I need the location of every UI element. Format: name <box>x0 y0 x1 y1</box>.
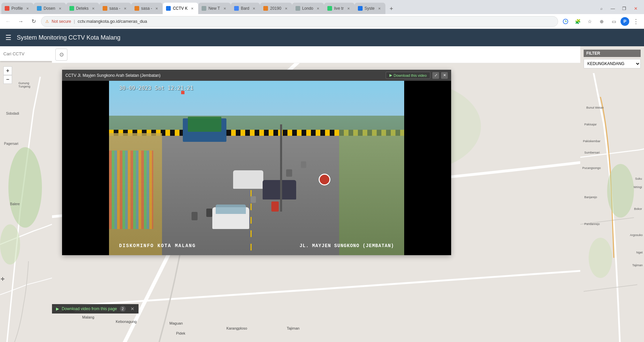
tab-newtab[interactable]: New T ✕ <box>198 3 230 14</box>
google-search-button[interactable] <box>560 16 571 27</box>
tab-sasa1[interactable]: sasa - ✕ <box>99 3 131 14</box>
vehicle-moto-2 <box>206 209 212 217</box>
tab-2019[interactable]: 20190 ✕ <box>260 3 292 14</box>
filter-panel: FILTER KEDUNGKANDANG KLOJEN BLIMBING LOW… <box>580 46 644 72</box>
tab-favicon-bard <box>234 6 239 11</box>
tab-system[interactable]: Syste ✕ <box>355 3 385 14</box>
vehicle-red-moto <box>271 202 279 212</box>
tab-close-dosen[interactable]: ✕ <box>57 6 63 11</box>
cctv-toolbar-button[interactable]: ⊙ <box>55 49 67 61</box>
reload-button[interactable]: ↻ <box>28 16 39 27</box>
vehicle-truck-cargo <box>188 117 221 132</box>
chrome-extensions-button[interactable]: ⊕ <box>596 16 607 27</box>
tab-close-sasa1[interactable]: ✕ <box>122 6 128 11</box>
video-resize-button[interactable]: ⤢ <box>432 72 439 79</box>
tab-label-live: live tr <box>334 6 344 11</box>
close-button[interactable]: ✕ <box>631 4 640 13</box>
tab-london[interactable]: Londo ✕ <box>292 3 324 14</box>
tab-close-deteks[interactable]: ✕ <box>91 6 96 11</box>
zoom-out-button[interactable]: − <box>3 75 12 84</box>
tab-favicon-cctv <box>166 6 171 11</box>
toolbar-area: ⊙ <box>52 46 580 63</box>
menu-button[interactable]: ⋮ <box>631 16 641 27</box>
app-bar: ☰ System Monitoring CCTV Kota Malang <box>0 29 644 46</box>
video-timestamp: 30-09-2023 Sat 12:21:21 <box>119 85 194 91</box>
tab-close-london[interactable]: ✕ <box>315 6 321 11</box>
sidebar-toggle-button[interactable]: ▭ <box>608 16 619 27</box>
tab-close-cctv[interactable]: ✕ <box>190 6 195 11</box>
svg-point-9 <box>589 238 612 278</box>
forward-button[interactable]: → <box>15 16 26 27</box>
tab-favicon-deteks <box>69 6 74 11</box>
nav-right-controls: 🧩 ☆ ⊕ ▭ P ⋮ <box>560 16 641 27</box>
vehicle-moto-3 <box>286 169 292 177</box>
tab-close-profile[interactable]: ✕ <box>25 6 30 11</box>
app-title: System Monitoring CCTV Kota Malang <box>17 34 120 41</box>
address-bar[interactable]: ⚠ Not secure | cctv.malangkota.go.id/cam… <box>41 16 558 27</box>
vehicle-moto-1 <box>192 212 198 220</box>
tab-close-sasa2[interactable]: ✕ <box>154 6 159 11</box>
download-video-label: Download this video <box>394 73 427 77</box>
video-letterbox-right <box>404 81 451 255</box>
hamburger-menu-icon[interactable]: ☰ <box>5 34 11 42</box>
vehicle-moto-4 <box>301 161 306 168</box>
tab-label-sasa1: sasa - <box>109 6 120 11</box>
video-panel: CCTV Jl. Mayjen Sungkono Arah Selatan (J… <box>62 70 451 255</box>
tab-favicon-newtab <box>202 6 206 11</box>
download-bar-close[interactable]: ✕ <box>130 306 135 311</box>
right-map: FILTER KEDUNGKANDANG KLOJEN BLIMBING LOW… <box>580 46 644 342</box>
bookmark-button[interactable]: ☆ <box>584 16 595 27</box>
new-tab-button[interactable]: + <box>387 4 396 13</box>
tab-live[interactable]: live tr ✕ <box>324 3 355 14</box>
center-panel: Sumber Malang Kebonagung Maguan Karangpl… <box>52 46 580 342</box>
tab-sasa2[interactable]: sasa - ✕ <box>131 3 163 14</box>
tab-dosen[interactable]: Dosen ✕ <box>34 3 66 14</box>
right-map-svg <box>580 73 644 342</box>
video-letterbox-left <box>62 81 109 255</box>
sidebar-map: GunungTungeng Sidodadi Pagersari Balere … <box>0 46 52 342</box>
video-title: CCTV Jl. Mayjen Sungkono Arah Selatan (J… <box>65 73 160 78</box>
tab-label-2019: 20190 <box>270 6 281 11</box>
zoom-in-button[interactable]: + <box>3 66 12 75</box>
tab-favicon-london <box>296 6 300 11</box>
security-icon: ⚠ <box>45 19 49 24</box>
tab-label-london: Londo <box>302 6 313 11</box>
road-sign-area <box>319 174 330 185</box>
tab-favicon-live <box>327 6 332 11</box>
traffic-scene: 30-09-2023 Sat 12:21:21 DISKOMINFO KOTA … <box>109 81 404 255</box>
tab-close-live[interactable]: ✕ <box>346 6 351 11</box>
browser-frame: Profile ✕ Dosen ✕ Deteks ✕ sasa - ✕ sasa… <box>0 0 644 342</box>
tab-close-newtab[interactable]: ✕ <box>222 6 227 11</box>
tab-deteks[interactable]: Deteks ✕ <box>66 3 99 14</box>
search-input[interactable] <box>3 51 52 56</box>
download-bar[interactable]: ▶ Download video from this page 2 ✕ <box>52 304 139 314</box>
profile-avatar[interactable]: P <box>621 17 629 26</box>
minimize-button[interactable]: — <box>608 4 617 13</box>
maximize-button[interactable]: ❐ <box>620 4 629 13</box>
tab-profile[interactable]: Profile ✕ <box>1 3 34 14</box>
tab-cctv[interactable]: CCTV K ✕ <box>163 3 198 14</box>
tab-favicon-2019 <box>263 6 268 11</box>
video-close-button[interactable]: ✕ <box>441 72 448 79</box>
extensions-button[interactable]: 🧩 <box>572 16 583 27</box>
tab-bar: Profile ✕ Dosen ✕ Deteks ✕ sasa - ✕ sasa… <box>0 0 644 14</box>
tab-close-system[interactable]: ✕ <box>377 6 382 11</box>
sidebar-map-svg <box>0 46 52 342</box>
back-button[interactable]: ← <box>3 16 13 27</box>
download-count: 2 <box>120 306 126 312</box>
tab-bard[interactable]: Bard ✕ <box>231 3 260 14</box>
video-watermark-right: JL. MAYJEN SUNGKONO (JEMBATAN) <box>300 243 394 248</box>
vehicle-dark-suv <box>263 180 296 199</box>
tab-close-bard[interactable]: ✕ <box>251 6 257 11</box>
window-controls: ⌕ — ❐ ✕ <box>597 4 643 13</box>
download-icon: ▶ <box>389 73 392 77</box>
tab-close-2019[interactable]: ✕ <box>283 6 289 11</box>
utility-pole <box>280 124 282 212</box>
tab-search-button[interactable]: ⌕ <box>597 4 606 13</box>
filter-select[interactable]: KEDUNGKANDANG KLOJEN BLIMBING LOWOKWARU … <box>584 59 641 68</box>
bottom-map-label-kebong: Kebonagung <box>116 320 137 324</box>
url-text: cctv.malangkota.go.id/cameras_dua <box>77 19 554 24</box>
tab-label-profile: Profile <box>11 6 23 11</box>
download-video-button[interactable]: ▶ Download this video <box>386 72 430 79</box>
tab-label-newtab: New T <box>208 6 220 11</box>
